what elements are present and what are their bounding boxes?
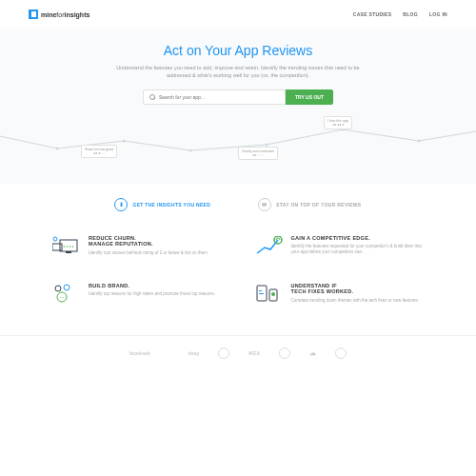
tab-insights[interactable]: ⬇ GET THE INSIGHTS YOU NEED xyxy=(114,198,210,211)
search-box[interactable] xyxy=(143,89,286,105)
svg-rect-18 xyxy=(259,290,262,291)
review-bubble: Clunky and unintuitive★★☆☆☆ xyxy=(238,147,278,160)
brand-logo-icon xyxy=(279,347,290,359)
svg-point-5 xyxy=(418,139,421,142)
review-graph: Good, but not great★★★☆☆ Clunky and unin… xyxy=(0,122,476,160)
feature-desc: Identify root causes behinds rating of 2… xyxy=(89,250,208,256)
hero-subtitle: Understand the features you need to add,… xyxy=(114,64,362,80)
feature-tabs: ⬇ GET THE INSIGHTS YOU NEED ✉ STAY ON TO… xyxy=(0,184,476,226)
brand-intel-icon xyxy=(218,347,229,359)
svg-text:★★★★: ★★★★ xyxy=(63,245,74,248)
feature-title: REDUCE CHURN.MANAGE REPUTATION. xyxy=(89,235,208,248)
nav-blog[interactable]: BLOG xyxy=(403,11,418,17)
logo-text-light: for xyxy=(56,11,64,18)
svg-point-12 xyxy=(55,286,61,291)
search-input[interactable] xyxy=(159,94,279,100)
svg-point-2 xyxy=(189,149,192,151)
search-icon xyxy=(149,94,155,100)
svg-point-0 xyxy=(56,147,59,149)
hero-section: Act on Your App Reviews Understand the f… xyxy=(0,29,476,184)
growth-chart-icon xyxy=(255,235,284,259)
feature-tech-fixes: UNDERSTAND IFTECH FIXES WORKED.Correlate… xyxy=(255,283,425,307)
brand-logo-icon: ☁ xyxy=(309,349,316,357)
main-nav: CASE STUDIES BLOG LOG IN xyxy=(353,11,447,17)
tab-reviews[interactable]: ✉ STAY ON TOP OF YOUR REVIEWS xyxy=(258,198,361,211)
feature-competitive-edge: GAIN A COMPETITIVE EDGE.Identify the fea… xyxy=(255,235,425,259)
svg-point-20 xyxy=(271,292,275,296)
nav-login[interactable]: LOG IN xyxy=(429,11,447,17)
svg-rect-7 xyxy=(66,251,71,253)
svg-rect-19 xyxy=(259,293,264,294)
nav-case-studies[interactable]: CASE STUDIES xyxy=(353,11,392,17)
svg-point-3 xyxy=(266,143,268,146)
feature-title: BUILD BRAND. xyxy=(89,283,215,289)
download-icon: ⬇ xyxy=(114,198,128,211)
svg-point-1 xyxy=(123,139,126,142)
feature-build-brand: ⋯ BUILD BRAND.Identify top reasons for h… xyxy=(52,283,222,307)
feature-reduce-churn: ★★★★ REDUCE CHURN.MANAGE REPUTATION.Iden… xyxy=(52,235,222,259)
review-bubble: I love this app★★★★★ xyxy=(324,116,352,129)
feature-desc: Identify top reasons for high raters and… xyxy=(89,291,215,297)
search-row: TRY US OUT xyxy=(29,89,447,105)
svg-point-9 xyxy=(53,237,57,241)
logo[interactable]: mineforinsights xyxy=(29,10,89,19)
feature-desc: Identify the features requested for your… xyxy=(291,244,425,256)
try-us-out-button[interactable]: TRY US OUT xyxy=(286,89,333,105)
devices-check-icon xyxy=(255,283,284,307)
brand-logos: facebook ebay IKEA ☁ xyxy=(0,335,476,370)
logo-text-end: insights xyxy=(65,11,90,18)
logo-text-bold: mine xyxy=(41,11,56,18)
social-chat-icon: ⋯ xyxy=(52,283,81,307)
svg-text:⋯: ⋯ xyxy=(60,295,64,300)
envelope-icon: ✉ xyxy=(258,198,271,211)
tab-label: GET THE INSIGHTS YOU NEED xyxy=(132,202,210,208)
tab-label: STAY ON TOP OF YOUR REVIEWS xyxy=(276,202,361,208)
review-bubble: Good, but not great★★★☆☆ xyxy=(81,145,117,158)
feature-desc: Correlate trending down themes with the … xyxy=(291,298,420,304)
brand-facebook: facebook xyxy=(129,350,150,356)
monitor-rating-icon: ★★★★ xyxy=(52,235,81,259)
feature-title: UNDERSTAND IFTECH FIXES WORKED. xyxy=(291,283,420,295)
svg-point-13 xyxy=(64,285,69,290)
hero-title: Act on Your App Reviews xyxy=(29,43,447,58)
features-grid: ★★★★ REDUCE CHURN.MANAGE REPUTATION.Iden… xyxy=(0,226,476,326)
brand-ikea: IKEA xyxy=(248,350,260,356)
feature-title: GAIN A COMPETITIVE EDGE. xyxy=(291,235,425,242)
brand-logo-icon xyxy=(335,347,347,359)
logo-mark-icon xyxy=(29,10,38,19)
brand-ebay: ebay xyxy=(188,350,199,356)
site-header: mineforinsights CASE STUDIES BLOG LOG IN xyxy=(0,0,476,29)
